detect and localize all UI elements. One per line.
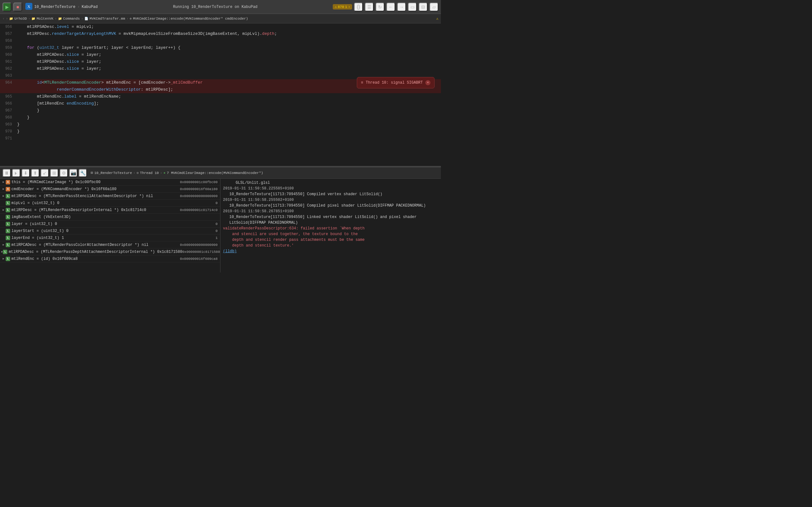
var-name-layerstart: layerStart = (uint32_t) 0	[11, 229, 132, 233]
var-icon-mtlrpdadesc: L	[3, 250, 7, 254]
single-pane-button[interactable]: ▭	[408, 3, 417, 11]
split-pane-button[interactable]: ⊟	[419, 3, 427, 11]
nav-left-arrow[interactable]: ‹	[3, 17, 5, 20]
code-review-button[interactable]: {}	[354, 3, 363, 11]
breadcrumb-moltenvk[interactable]: MoltenVK	[37, 17, 53, 20]
log-entry-ps: 10_RenderToTexture[11713:7094550] Compil…	[229, 203, 438, 209]
var-icon-imgbaseextent: L	[6, 215, 10, 219]
code-line-958: 958	[0, 38, 441, 44]
stop-button[interactable]: ■	[13, 3, 22, 11]
breadcrumb-method[interactable]: MVKCmdClearImage::encode(MVKCommandEncod…	[133, 17, 248, 20]
var-row-layerstart[interactable]: L layerStart = (uint32_t) 0 0	[0, 228, 220, 234]
log-entry-ts1: 2019-01-31 11:50:58.225585+0100	[223, 186, 438, 191]
var-icon-layerend: L	[6, 236, 10, 240]
var-row-mtlrpdadesc[interactable]: ▶ L mtlRPDADesc = (MTLRenderPassDepthAtt…	[0, 248, 220, 256]
run-button[interactable]: ▶	[3, 3, 11, 11]
log-entry-ts2: 2019-01-31 11:50:58.255502+0100	[223, 197, 438, 203]
var-value-this: 0x00000001c00fbc00	[132, 180, 219, 184]
step-out-button[interactable]: ⬆	[31, 169, 39, 177]
nav-right-arrow[interactable]: ›	[6, 17, 8, 20]
environment-button[interactable]: 🔧	[79, 169, 87, 177]
step-into-thread-button[interactable]: ↙	[41, 169, 49, 177]
code-line-956: 956 mtlRPSADesc.level = mipLvl;	[0, 23, 441, 31]
line-content-956: mtlRPSADesc.level = mipLvl;	[16, 23, 441, 31]
log-entry-linked: 10_RenderToTexture[11713:7094550] Linked…	[229, 214, 438, 226]
debug-toolbar: ⏸ ⏵ ⬇ ⬆ ↙ ⊞ ⚙ 📷 🔧 ⊞ 10_RenderToTexture ›…	[0, 167, 441, 179]
var-row-mtlrpsadesc[interactable]: ▶ L mtlRPSADesc = (MTLRenderPassStencilA…	[0, 193, 220, 200]
error-tooltip-icon: ≡	[361, 79, 363, 86]
line-content-970: }	[16, 128, 441, 135]
var-name-miplvl: mipLvl = (uint32_t) 0	[11, 201, 132, 205]
code-line-965: 965 mtlRendEnc.label = mtlRendEncName;	[0, 93, 441, 100]
var-icon-miplvl: L	[6, 201, 10, 205]
var-expand-mtlrpcadesc: ▶	[1, 243, 6, 246]
line-num-970: 970	[0, 128, 16, 135]
error-tooltip: ≡ Thread 10: signal SIGABRT ✕	[357, 77, 435, 89]
code-line-971: 971	[0, 135, 441, 142]
var-icon-this: A	[6, 180, 10, 184]
var-expand-cmdencoder: ▶	[1, 187, 6, 191]
var-name-mtlrpcadesc: mtlRPCADesc = (MTLRenderPassColorAttachm…	[11, 243, 148, 247]
var-row-mtlrpdesc[interactable]: ▶ L mtlRPDesc = (MTLRenderPassDescriptor…	[0, 207, 220, 214]
line-num-969: 969	[0, 121, 16, 128]
debug-thread[interactable]: Thread 10	[140, 171, 159, 175]
var-value-mtlrendenc: 0x000000016f609ca8	[132, 257, 219, 261]
svg-text:X: X	[27, 4, 31, 9]
var-row-cmdencoder[interactable]: ▶ A cmdEncoder = (MVKCommandEncoder *) 0…	[0, 186, 220, 193]
var-row-this[interactable]: ▶ A this = (MVKCmdClearImage *) 0x1c00fb…	[0, 179, 220, 186]
var-expand-mtlrpdesc: ▶	[1, 208, 6, 212]
nav-back-button[interactable]: ←	[386, 3, 395, 11]
var-row-miplvl[interactable]: L mipLvl = (uint32_t) 0 0	[0, 200, 220, 207]
var-expand-mtlrpsadesc: ▶	[1, 194, 6, 198]
code-line-970: 970 }	[0, 128, 441, 135]
moltenvk-folder-icon: 📁	[32, 17, 35, 20]
breadcrumb-urho3d[interactable]: Urho3D	[14, 17, 27, 20]
error-tooltip-close[interactable]: ✕	[425, 80, 430, 85]
view-memory-button[interactable]: ⊞	[50, 169, 58, 177]
var-value-mtlrpcadesc: 0x0000000000000000	[148, 243, 219, 247]
line-content-962: mtlRPSADesc.slice = layer;	[16, 65, 441, 72]
breadcrumb-commands[interactable]: Commands	[63, 17, 80, 20]
warning-indicator: ⚠	[436, 16, 438, 20]
var-value-layerend: 1	[132, 236, 219, 240]
var-row-imgbaseextent[interactable]: L imgBaseExtent (VkExtent3D)	[0, 214, 220, 221]
var-value-cmdencoder: 0x000000016f60a180	[132, 187, 219, 191]
code-line-959: 959 for (uint32_t layer = layerStart; la…	[0, 44, 441, 51]
code-line-968: 968 }	[0, 114, 441, 121]
debug-workflow-button[interactable]: ⚙	[60, 169, 68, 177]
log-entry-lldb[interactable]: (lldb)	[223, 248, 438, 254]
code-line-966: 966 [mtlRendEnc endEncoding];	[0, 100, 441, 107]
log-entry-glsl: GLSL/Unlit.glsl	[236, 180, 438, 186]
method-icon: ⊕	[130, 17, 132, 20]
code-line-969: 969 }	[0, 121, 441, 128]
warning-badge[interactable]: ⚠ 870 1 ›	[333, 4, 352, 9]
inspectors-button[interactable]: ▱	[429, 3, 438, 11]
var-row-mtlrendenc[interactable]: ▶ L mtlRendEnc = (id) 0x16f609ca8 0x0000…	[0, 256, 220, 262]
pause-button[interactable]: ⏸	[3, 169, 11, 177]
debug-frame[interactable]: 7 MVKCmdClearImage::encode(MVKCommandEnc…	[167, 171, 263, 175]
debug-app[interactable]: 10_RenderToTexture	[94, 171, 132, 175]
step-in-button[interactable]: ⬇	[21, 169, 30, 177]
line-content-966: [mtlRendEnc endEncoding];	[16, 100, 441, 107]
var-name-mtlrpsadesc: mtlRPSADesc = (MTLRenderPassStencilAttac…	[11, 194, 153, 199]
var-name-imgbaseextent: imgBaseExtent (VkExtent3D)	[11, 215, 132, 219]
log-entry-error: validateRenderPassDescriptor:634: failed…	[223, 226, 438, 248]
var-value-mtlrpsadesc: 0x0000000000000000	[153, 194, 219, 198]
line-content-967: }	[16, 107, 441, 114]
line-num-966: 966	[0, 100, 16, 107]
warning-count: 870	[338, 5, 344, 9]
var-name-mtlrendenc: mtlRendEnc = (id) 0x16f609ca8	[11, 257, 132, 261]
layout-button[interactable]: ☰	[365, 3, 374, 11]
var-row-layerend[interactable]: L layerEnd = (uint32_t) 1 1	[0, 234, 220, 241]
var-value-mtlrpdadesc: 0x00000001c8171580	[183, 250, 220, 254]
bc-sep-2: ›	[55, 17, 57, 20]
breadcrumb-file[interactable]: MVKCmdTransfer.mm	[90, 17, 125, 20]
var-name-layerend: layerEnd = (uint32_t) 1	[11, 236, 132, 240]
var-row-layer[interactable]: L layer = (uint32_t) 0 0	[0, 221, 220, 228]
var-row-mtlrpcadesc[interactable]: ▶ L mtlRPCADesc = (MTLRenderPassColorAtt…	[0, 241, 220, 248]
screenshot-button[interactable]: 📷	[69, 169, 78, 177]
history-button[interactable]: ↻	[375, 3, 385, 11]
step-over-button[interactable]: ⏵	[12, 169, 20, 177]
error-count: 1	[345, 5, 347, 9]
nav-forward-button[interactable]: →	[397, 3, 406, 11]
